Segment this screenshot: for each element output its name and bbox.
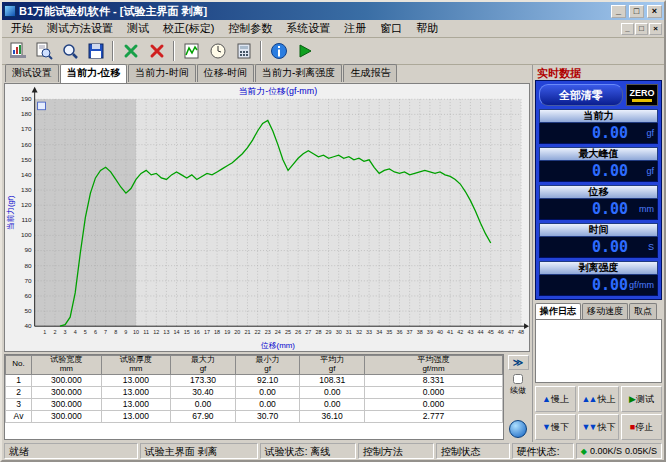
svg-text:48: 48 xyxy=(518,329,524,335)
svg-text:1: 1 xyxy=(43,329,46,335)
info-icon xyxy=(270,42,288,60)
delete-red-icon xyxy=(148,42,166,60)
clear-green-button[interactable] xyxy=(118,40,143,63)
ops-tab[interactable]: 操作日志 xyxy=(535,303,581,319)
svg-text:9: 9 xyxy=(124,329,127,335)
continue-checkbox-row[interactable]: 续做 xyxy=(510,374,526,396)
svg-text:23: 23 xyxy=(265,329,271,335)
menu-item[interactable]: 控制参数 xyxy=(221,20,279,37)
ops-tab[interactable]: 取点 xyxy=(629,303,657,319)
zoom-button[interactable] xyxy=(57,40,82,63)
status-cell: 就绪 xyxy=(4,443,138,459)
results-row[interactable]: 1300.00013.000173.3092.10108.318.331 xyxy=(6,374,503,386)
svg-text:3: 3 xyxy=(64,329,67,335)
results-header: 平均强度 gf/mm xyxy=(364,356,502,375)
status-cell: 控制状态 xyxy=(436,443,510,459)
curve-button[interactable] xyxy=(179,40,204,63)
menu-item[interactable]: 注册 xyxy=(337,20,373,37)
stop-button[interactable]: ■停止 xyxy=(621,414,662,440)
field-unit: S xyxy=(628,242,654,252)
button-label: 快下 xyxy=(597,421,615,434)
ops-tab[interactable]: 移动速度 xyxy=(582,303,628,319)
child-restore-button[interactable]: □ xyxy=(635,23,648,35)
view-tab[interactable]: 测试设置 xyxy=(5,64,59,82)
svg-text:36: 36 xyxy=(396,329,402,335)
results-row[interactable]: 2300.00013.00030.400.000.000.000 xyxy=(6,386,503,398)
svg-text:80: 80 xyxy=(25,262,33,269)
results-cell: 0.00 xyxy=(235,386,300,398)
menu-item[interactable]: 开始 xyxy=(4,20,40,37)
chart: 4050607080901001101201301401501601701801… xyxy=(4,83,530,352)
start-button[interactable] xyxy=(292,40,317,63)
save-icon xyxy=(87,42,105,60)
field-value-display: 0.00gf xyxy=(539,123,658,144)
timer-button[interactable] xyxy=(205,40,230,63)
menu-item[interactable]: 测试 xyxy=(120,20,156,37)
svg-text:当前力(gf): 当前力(gf) xyxy=(6,195,15,230)
test-button[interactable]: ▶测试 xyxy=(621,386,662,412)
minimize-button[interactable]: _ xyxy=(611,5,626,18)
slow-up-button[interactable]: ▲慢上 xyxy=(535,386,576,412)
close-button[interactable]: × xyxy=(647,5,662,18)
svg-text:10: 10 xyxy=(133,329,139,335)
start-icon xyxy=(296,42,314,60)
svg-text:34: 34 xyxy=(376,329,382,335)
view-tab[interactable]: 当前力-剥离强度 xyxy=(255,64,342,82)
report-icon xyxy=(9,42,27,60)
preview-button[interactable] xyxy=(31,40,56,63)
svg-text:130: 130 xyxy=(21,186,32,193)
svg-text:11: 11 xyxy=(143,329,149,335)
view-tab[interactable]: 生成报告 xyxy=(343,64,397,82)
ops-log xyxy=(535,319,662,383)
field-value: 0.00 xyxy=(543,200,628,218)
svg-text:120: 120 xyxy=(21,201,32,208)
view-tab[interactable]: 当前力-时间 xyxy=(128,64,195,82)
expand-button[interactable]: ≫ xyxy=(508,355,529,370)
fast-up-button[interactable]: ▲▲快上 xyxy=(578,386,619,412)
results-row[interactable]: 3300.00013.0000.000.000.000.000 xyxy=(6,398,503,410)
svg-text:190: 190 xyxy=(21,95,32,102)
menu-item[interactable]: 测试方法设置 xyxy=(40,20,120,37)
menu-item[interactable]: 帮助 xyxy=(409,20,445,37)
left-column: 测试设置当前力-位移当前力-时间位移-时间当前力-剥离强度生成报告 405060… xyxy=(2,65,532,442)
realtime-field: 当前力0.00gf xyxy=(539,109,658,144)
maximize-button[interactable]: □ xyxy=(629,5,644,18)
info-button[interactable] xyxy=(266,40,291,63)
svg-text:40: 40 xyxy=(437,329,443,335)
slow-down-button[interactable]: ▼慢下 xyxy=(535,414,576,440)
results-row[interactable]: Av300.00013.00067.9030.7036.102.777 xyxy=(6,410,503,422)
results-cell: 67.90 xyxy=(171,410,236,422)
save-button[interactable] xyxy=(83,40,108,63)
results-cell: 0.000 xyxy=(364,386,502,398)
menu-item[interactable]: 系统设置 xyxy=(279,20,337,37)
results-cell: 13.000 xyxy=(101,398,171,410)
child-minimize-button[interactable]: _ xyxy=(621,23,634,35)
button-label: 快上 xyxy=(597,393,615,406)
results-cell: 300.000 xyxy=(32,398,102,410)
child-close-button[interactable]: × xyxy=(649,23,662,35)
menu-item[interactable]: 窗口 xyxy=(373,20,409,37)
status-cell: 试验状态: 离线 xyxy=(260,443,356,459)
menu-item[interactable]: 校正(标定) xyxy=(156,20,221,37)
calculator-button[interactable] xyxy=(231,40,256,63)
fast-down-button[interactable]: ▼▼快下 xyxy=(578,414,619,440)
field-value: 0.00 xyxy=(543,162,628,180)
report-button[interactable] xyxy=(5,40,30,63)
svg-text:100: 100 xyxy=(21,231,32,238)
globe-button[interactable] xyxy=(509,420,527,438)
field-value: 0.00 xyxy=(543,124,628,142)
slow-up-icon: ▲ xyxy=(542,394,549,404)
svg-text:140: 140 xyxy=(21,171,32,178)
svg-text:180: 180 xyxy=(21,110,32,117)
delete-red-button[interactable] xyxy=(144,40,169,63)
zero-button[interactable]: ZERO xyxy=(626,84,658,106)
continue-checkbox[interactable] xyxy=(513,374,523,384)
clear-all-button[interactable]: 全部清零 xyxy=(539,84,623,106)
view-tab[interactable]: 当前力-位移 xyxy=(60,64,127,83)
button-label: 慢下 xyxy=(551,421,569,434)
view-tab[interactable]: 位移-时间 xyxy=(197,64,254,82)
stop-icon: ■ xyxy=(630,422,633,432)
ops-tabs: 操作日志移动速度取点 xyxy=(535,303,662,319)
realtime-displays: 全部清零 ZERO 当前力0.00gf最大峰值0.00gf位移0.00mm时间0… xyxy=(535,80,662,300)
svg-text:14: 14 xyxy=(174,329,180,335)
